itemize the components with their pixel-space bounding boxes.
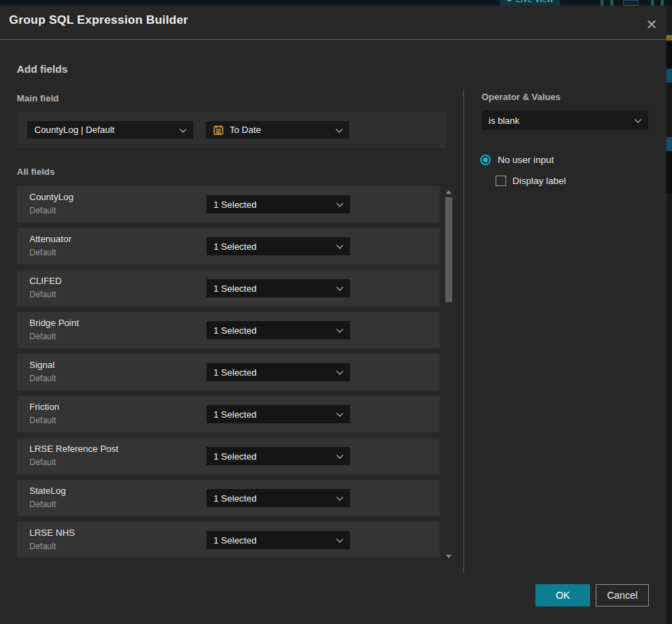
field-name: Friction [29,402,59,412]
field-values-select[interactable]: 1 Selected [206,489,350,507]
operator-select-value: is blank [489,115,519,126]
toolbar-fragment [610,0,613,6]
field-name: Signal [29,360,55,370]
toolbar-fragment [651,0,654,6]
field-name: Bridge Point [29,318,79,328]
field-values-select[interactable]: 1 Selected [206,279,350,297]
main-field-select[interactable]: CountyLog | Default [27,121,193,139]
field-name: CountyLog [29,192,74,202]
chevron-down-icon [337,536,344,543]
background-app-right-strip [666,0,672,624]
field-values-select[interactable]: 1 Selected [206,195,350,213]
field-values-select[interactable]: 1 Selected [206,237,350,255]
group-sql-expression-builder-dialog: Group SQL Expression Builder ✕ Add field… [0,6,666,624]
field-row: Signal Default 1 Selected [17,354,440,390]
scroll-up-icon[interactable] [446,190,451,194]
field-name: LRSE NHS [29,527,75,538]
background-app-strip: Live view [0,0,672,6]
field-name: CLIFED [29,276,62,286]
close-icon[interactable]: ✕ [641,14,662,35]
radio-selected-icon[interactable] [480,155,491,165]
field-values-select-value: 1 Selected [214,241,256,252]
field-row: StateLog Default 1 Selected [17,480,440,516]
field-subtitle: Default [29,248,56,257]
background-teal-fragment [666,137,672,151]
field-values-select[interactable]: 1 Selected [206,363,350,381]
display-label-checkbox[interactable]: Display label [496,176,566,186]
field-subtitle: Default [29,332,56,341]
chevron-down-icon [336,125,343,132]
scrollbar-thumb[interactable] [445,197,452,302]
toolbar-fragment [623,0,638,6]
chevron-down-icon [337,326,344,333]
field-row: Bridge Point Default 1 Selected [17,312,440,348]
field-subtitle: Default [29,499,56,509]
field-values-select-value: 1 Selected [214,535,256,546]
chevron-down-icon [337,494,344,501]
background-accent-dot [666,35,672,41]
all-fields-list: CountyLog Default 1 Selected Attenuator … [17,182,452,558]
title-divider [0,39,666,40]
chevron-down-icon [337,368,344,375]
live-view-dot-icon [507,0,512,1]
field-values-select[interactable]: 1 Selected [206,447,350,465]
chevron-down-icon [337,410,344,417]
field-values-select-value: 1 Selected [214,451,256,462]
field-values-select-value: 1 Selected [214,409,256,420]
display-label-label: Display label [512,176,566,186]
field-values-select[interactable]: 1 Selected [206,405,350,423]
chevron-down-icon [180,125,187,132]
live-view-button[interactable]: Live view [500,0,560,6]
chevron-down-icon [635,116,642,123]
field-subtitle: Default [29,416,56,425]
main-field-select-value: CountyLog | Default [34,125,115,135]
field-row: LRSE NHS Default 1 Selected [17,522,440,558]
panel-divider [463,90,464,574]
field-name: StateLog [29,485,66,496]
operator-values-heading: Operator & Values [482,92,561,102]
field-values-select[interactable]: 1 Selected [206,321,350,339]
field-values-select-value: 1 Selected [214,493,256,504]
no-user-input-radio[interactable]: No user input [480,155,554,165]
field-values-select-value: 1 Selected [214,367,256,378]
ok-button[interactable]: OK [536,584,590,607]
main-field-type-select[interactable]: To Date [206,121,349,139]
field-subtitle: Default [29,374,56,383]
chevron-down-icon [337,284,344,291]
field-subtitle: Default [29,458,56,467]
field-row: CountyLog Default 1 Selected [17,186,440,222]
main-field-label: Main field [17,93,59,104]
field-values-select-value: 1 Selected [214,325,256,336]
main-field-type-value: To Date [230,125,261,135]
add-fields-heading: Add fields [17,63,68,75]
field-row: Attenuator Default 1 Selected [17,228,440,264]
scroll-down-icon[interactable] [446,555,451,558]
field-name: Attenuator [29,234,71,244]
operator-select[interactable]: is blank [482,111,648,130]
scrollbar[interactable] [443,186,454,564]
field-subtitle: Default [29,290,56,299]
chevron-down-icon [337,452,344,459]
field-subtitle: Default [29,206,56,215]
cancel-button[interactable]: Cancel [596,584,649,607]
field-row: CLIFED Default 1 Selected [17,270,440,306]
calendar-icon [213,125,224,136]
background-teal-fragment [666,69,672,83]
field-row: Friction Default 1 Selected [17,396,440,432]
field-row: LRSE Reference Post Default 1 Selected [17,438,440,474]
no-user-input-label: No user input [498,155,554,165]
chevron-down-icon [337,242,344,249]
checkbox-unchecked-icon[interactable] [496,176,506,186]
field-values-select-value: 1 Selected [214,199,256,210]
toolbar-fragment [601,0,603,6]
field-values-select-value: 1 Selected [214,283,256,294]
chevron-down-icon [337,200,344,207]
main-field-panel: CountyLog | Default To Date [17,112,447,148]
field-values-select[interactable]: 1 Selected [206,531,350,549]
field-subtitle: Default [29,541,56,551]
toolbar-fragment [661,0,664,6]
dialog-title: Group SQL Expression Builder [9,13,188,27]
field-name: LRSE Reference Post [29,444,118,454]
live-view-label: Live view [516,0,553,4]
all-fields-label: All fields [17,166,55,177]
